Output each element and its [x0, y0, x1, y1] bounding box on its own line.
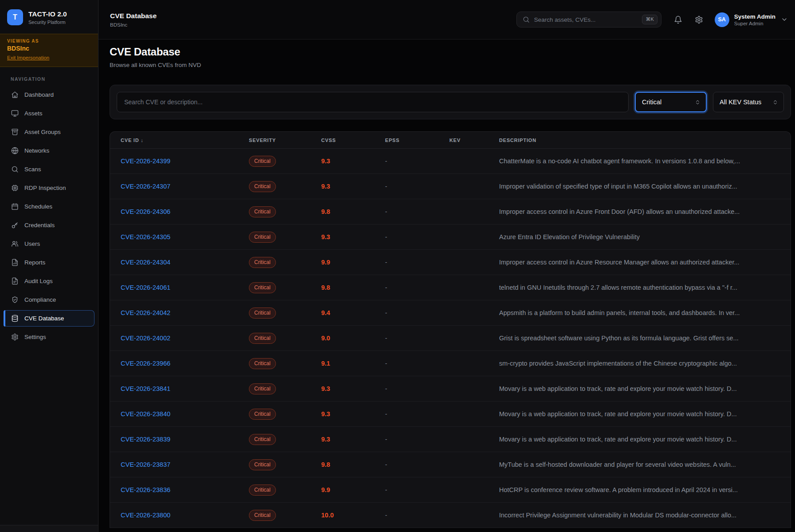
sidebar-item-label: Settings — [24, 334, 46, 340]
sidebar-item-users[interactable]: Users — [4, 236, 94, 252]
shield-check-icon — [11, 296, 19, 303]
table-row[interactable]: CVE-2026-24305 Critical 9.3 - Azure Entr… — [110, 225, 791, 250]
sidebar-item-rdp-inspection[interactable]: RDP Inspection — [4, 180, 94, 196]
cvss-score: 10.0 — [321, 512, 385, 519]
cve-id-link[interactable]: CVE-2026-24399 — [121, 158, 170, 165]
sidebar-item-networks[interactable]: Networks — [4, 142, 94, 159]
global-search-input[interactable] — [534, 16, 638, 23]
cve-id-link[interactable]: CVE-2026-23841 — [121, 385, 170, 392]
cve-id-link[interactable]: CVE-2026-24305 — [121, 233, 170, 240]
global-search[interactable]: ⌘K — [516, 12, 661, 28]
cvss-score: 9.3 — [321, 410, 385, 418]
sidebar-item-label: Compliance — [24, 296, 56, 303]
page-title: CVE Database — [110, 46, 791, 58]
sidebar-item-assets[interactable]: Assets — [4, 105, 94, 122]
cve-description: telnetd in GNU Inetutils through 2.7 all… — [499, 284, 780, 291]
cve-id-link[interactable]: CVE-2026-24307 — [121, 183, 170, 190]
severity-badge: Critical — [249, 333, 276, 344]
cve-description: Improper validation of specified type of… — [499, 183, 780, 190]
sidebar-item-cve-database[interactable]: CVE Database — [4, 310, 94, 327]
settings-button[interactable] — [695, 16, 703, 24]
sidebar-item-label: Networks — [24, 147, 49, 154]
kev-select-value: All KEV Status — [720, 99, 761, 106]
severity-badge: Critical — [249, 206, 276, 217]
cvss-score: 9.3 — [321, 436, 385, 443]
column-header[interactable]: CVE ID ↓ — [121, 138, 249, 143]
chevron-down-icon — [781, 16, 788, 23]
main-area: CVE Database BDSInc ⌘K SA System Admin S… — [98, 0, 795, 532]
cve-id-link[interactable]: CVE-2026-23837 — [121, 461, 170, 468]
table-row[interactable]: CVE-2026-24042 Critical 9.4 - Appsmith i… — [110, 300, 791, 326]
cve-id-link[interactable]: CVE-2026-24061 — [121, 284, 170, 291]
column-header[interactable]: EPSS — [385, 138, 449, 143]
severity-badge: Critical — [249, 181, 276, 192]
table-row[interactable]: CVE-2026-24306 Critical 9.8 - Improper a… — [110, 199, 791, 225]
sidebar-item-audit-logs[interactable]: Audit Logs — [4, 273, 94, 289]
cve-id-link[interactable]: CVE-2026-23836 — [121, 486, 170, 493]
cve-description: Azure Entra ID Elevation of Privilege Vu… — [499, 233, 780, 240]
cve-id-link[interactable]: CVE-2026-23840 — [121, 410, 170, 418]
topbar-title: CVE Database — [110, 12, 157, 20]
table-row[interactable]: CVE-2026-23800 Critical 10.0 - Incorrect… — [110, 503, 791, 528]
cve-description: Improper access control in Azure Resourc… — [499, 259, 780, 266]
sidebar-item-label: Schedules — [24, 203, 52, 210]
gear-icon — [11, 333, 19, 341]
severity-badge: Critical — [249, 485, 276, 496]
cve-search-input[interactable] — [117, 92, 629, 112]
search-icon — [11, 166, 19, 173]
table-row[interactable]: CVE-2026-24399 Critical 9.3 - ChatterMat… — [110, 149, 791, 174]
epss-value: - — [385, 183, 449, 190]
cve-description: HotCRP is conference review software. A … — [499, 486, 780, 493]
sidebar-item-schedules[interactable]: Schedules — [4, 198, 94, 215]
cpu-icon — [11, 184, 19, 192]
sidebar-item-settings[interactable]: Settings — [4, 329, 94, 345]
column-header[interactable]: DESCRIPTION — [499, 138, 780, 143]
sidebar-item-dashboard[interactable]: Dashboard — [4, 87, 94, 103]
topbar-heading: CVE Database BDSInc — [110, 12, 157, 28]
epss-value: - — [385, 158, 449, 165]
table-row[interactable]: CVE-2026-24307 Critical 9.3 - Improper v… — [110, 174, 791, 199]
database-icon — [11, 315, 19, 322]
cve-description: Movary is a web application to track, ra… — [499, 436, 780, 443]
cve-id-link[interactable]: CVE-2026-24042 — [121, 309, 170, 316]
sidebar-item-reports[interactable]: Reports — [4, 254, 94, 271]
table-header-row: CVE ID ↓SEVERITYCVSSEPSSKEVDESCRIPTION — [110, 132, 791, 149]
table-row[interactable]: CVE-2026-23837 Critical 9.8 - MyTube is … — [110, 452, 791, 477]
sidebar-item-scans[interactable]: Scans — [4, 161, 94, 177]
table-row[interactable]: CVE-2026-24002 Critical 9.0 - Grist is s… — [110, 326, 791, 351]
table-row[interactable]: CVE-2026-23839 Critical 9.3 - Movary is … — [110, 427, 791, 452]
table-row[interactable]: CVE-2026-23840 Critical 9.3 - Movary is … — [110, 402, 791, 427]
cve-id-link[interactable]: CVE-2026-24306 — [121, 208, 170, 215]
user-name: System Admin — [734, 13, 775, 20]
cve-description: Improper access control in Azure Front D… — [499, 208, 780, 215]
column-header[interactable]: SEVERITY — [249, 138, 321, 143]
cve-id-link[interactable]: CVE-2026-24002 — [121, 335, 170, 342]
table-row[interactable]: CVE-2026-23836 Critical 9.9 - HotCRP is … — [110, 477, 791, 503]
archive-icon — [11, 128, 19, 136]
sidebar-item-compliance[interactable]: Compliance — [4, 292, 94, 308]
kev-select[interactable]: All KEV Status — [713, 92, 784, 112]
cvss-score: 9.1 — [321, 360, 385, 367]
severity-select[interactable]: Critical — [635, 92, 707, 112]
table-row[interactable]: CVE-2026-23966 Critical 9.1 - sm-crypto … — [110, 351, 791, 376]
sidebar-item-credentials[interactable]: Credentials — [4, 217, 94, 233]
cvss-score: 9.9 — [321, 259, 385, 266]
cve-id-link[interactable]: CVE-2026-23800 — [121, 512, 170, 519]
user-menu[interactable]: SA System Admin Super Admin — [715, 12, 788, 27]
table-row[interactable]: CVE-2026-24061 Critical 9.8 - telnetd in… — [110, 275, 791, 300]
impersonation-org: BDSInc — [7, 45, 91, 52]
column-header[interactable]: CVSS — [321, 138, 385, 143]
cve-id-link[interactable]: CVE-2026-24304 — [121, 259, 170, 266]
notifications-button[interactable] — [674, 16, 682, 24]
column-header[interactable]: KEV — [449, 138, 499, 143]
cve-id-link[interactable]: CVE-2026-23839 — [121, 436, 170, 443]
shortcut-badge: ⌘K — [642, 15, 657, 24]
search-icon — [523, 16, 530, 23]
epss-value: - — [385, 385, 449, 392]
cve-id-link[interactable]: CVE-2026-23966 — [121, 360, 170, 367]
severity-badge: Critical — [249, 156, 276, 167]
exit-impersonation-link[interactable]: Exit Impersonation — [7, 55, 49, 60]
sidebar-item-asset-groups[interactable]: Asset Groups — [4, 124, 94, 140]
table-row[interactable]: CVE-2026-24304 Critical 9.9 - Improper a… — [110, 250, 791, 275]
table-row[interactable]: CVE-2026-23841 Critical 9.3 - Movary is … — [110, 376, 791, 402]
